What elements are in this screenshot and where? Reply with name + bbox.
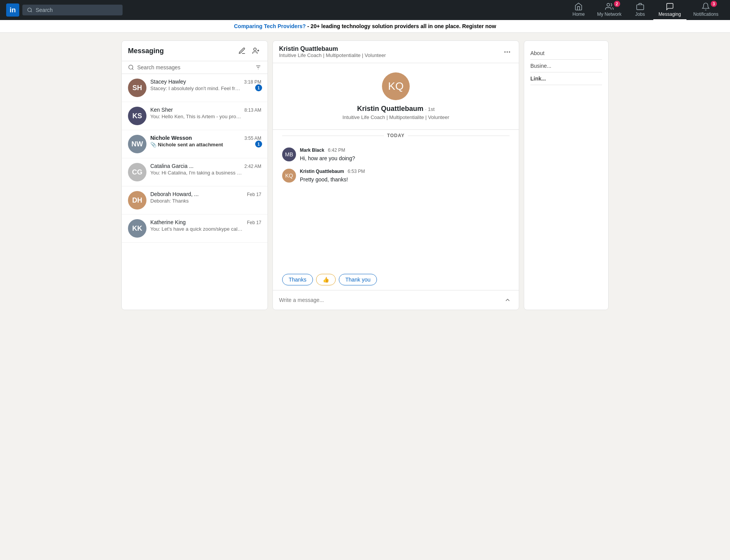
conv-name-ken: Ken Sher	[150, 107, 173, 113]
my-network-icon	[605, 2, 614, 11]
today-divider: TODAY	[273, 130, 519, 141]
conv-time-ken: 8:13 AM	[244, 107, 261, 113]
unread-badge-nichole: 1	[255, 141, 262, 148]
message-content-mark: Mark Black 6:42 PM Hi, how are you doing…	[300, 148, 355, 163]
conversation-item-catalina[interactable]: CG Catalina Garcia ... 2:42 AM You: Hi C…	[122, 158, 267, 186]
filter-icon[interactable]	[255, 64, 261, 70]
search-messages-input[interactable]	[137, 64, 252, 70]
chat-more-button[interactable]	[502, 47, 513, 57]
conv-name-nichole: Nichole Wesson	[150, 135, 192, 141]
svg-point-6	[129, 65, 133, 69]
conv-info-nichole: Nichole Wesson 3:55 AM 📎 Nichole sent an…	[150, 135, 261, 148]
right-panel-business[interactable]: Busine...	[530, 60, 602, 72]
conversation-item-deborah[interactable]: DH Deborah Howard, ... Feb 17 Deborah: T…	[122, 186, 267, 215]
nav-item-jobs[interactable]: Jobs	[629, 0, 652, 20]
chat-profile-section: KQ Kristin Quattlebaum · 1st Intuitive L…	[273, 63, 519, 130]
message-mark: MB Mark Black 6:42 PM Hi, how are you do…	[282, 148, 510, 163]
right-panel-about[interactable]: About	[530, 47, 602, 60]
ad-banner-text: - 20+ leading technology solution provid…	[306, 23, 496, 29]
conv-time-stacey: 3:18 PM	[244, 79, 261, 85]
conv-name-deborah: Deborah Howard, ...	[150, 191, 198, 197]
conv-preview-stacey: Stacey: I absolutely don't mind. Feel fr…	[150, 86, 243, 91]
conv-info-katherine: Katherine King Feb 17 You: Let's have a …	[150, 219, 261, 232]
messaging-title: Messaging	[128, 47, 164, 55]
conv-info-stacey: Stacey Hawley 3:18 PM Stacey: I absolute…	[150, 79, 261, 91]
main-layout: Messaging	[0, 33, 730, 318]
messaging-header-actions	[237, 45, 261, 56]
conv-preview-nichole: 📎 Nichole sent an attachment	[150, 142, 243, 148]
nav-item-messaging[interactable]: Messaging	[653, 0, 686, 20]
svg-rect-2	[636, 5, 643, 10]
conv-info-catalina: Catalina Garcia ... 2:42 AM You: Hi Cata…	[150, 163, 261, 176]
avatar-nichole: NW	[128, 135, 146, 153]
message-meta-kristin: Kristin Quattlebaum 6:53 PM	[300, 169, 365, 174]
quick-reply-thumbsup[interactable]: 👍	[316, 274, 336, 285]
chat-header: Kristin Quattlebaum Intuitive Life Coach…	[273, 41, 519, 63]
compose-button[interactable]	[237, 45, 247, 56]
avatar-deborah: DH	[128, 191, 146, 210]
more-dots-icon	[503, 48, 511, 56]
avatar-katherine: KK	[128, 219, 146, 238]
collapse-input-button[interactable]	[503, 295, 513, 305]
jobs-icon	[636, 2, 644, 11]
nav-label-notifications: Notifications	[693, 12, 718, 17]
search-input[interactable]	[35, 7, 118, 13]
conv-name-catalina: Catalina Garcia ...	[150, 163, 193, 169]
conv-preview-ken: You: Hello Ken, This is Artem - you prob…	[150, 114, 243, 119]
nav-label-my-network: My Network	[597, 12, 621, 17]
search-messages-bar[interactable]	[122, 61, 267, 74]
ad-banner-link[interactable]: Comparing Tech Providers?	[234, 23, 306, 29]
new-group-button[interactable]	[251, 45, 261, 56]
profile-title: Intuitive Life Coach | Multipotentialite…	[282, 114, 510, 120]
nav-items: Home 2 My Network Jobs Messaging 3	[567, 0, 724, 20]
top-navigation: in Home 2 My Network	[0, 0, 730, 20]
quick-reply-thank-you[interactable]: Thank you	[339, 274, 377, 285]
compose-icon	[238, 47, 246, 55]
nav-item-notifications[interactable]: 3 Notifications	[688, 0, 724, 20]
search-icon	[27, 7, 32, 13]
my-network-badge: 2	[614, 1, 620, 7]
message-meta-mark: Mark Black 6:42 PM	[300, 148, 355, 153]
svg-point-0	[28, 8, 32, 12]
conv-info-deborah: Deborah Howard, ... Feb 17 Deborah: Than…	[150, 191, 261, 204]
conv-preview-deborah: Deborah: Thanks	[150, 198, 243, 204]
today-label: TODAY	[387, 133, 405, 138]
conversation-item-stacey[interactable]: SH Stacey Hawley 3:18 PM Stacey: I absol…	[122, 74, 267, 102]
svg-point-12	[509, 51, 510, 52]
message-input-area	[273, 290, 519, 310]
profile-name-with-degree: Kristin Quattlebaum · 1st	[282, 105, 510, 113]
linkedin-logo[interactable]: in	[6, 3, 19, 17]
conversation-item-katherine[interactable]: KK Katherine King Feb 17 You: Let's have…	[122, 215, 267, 243]
avatar-ken: KS	[128, 107, 146, 125]
svg-point-1	[607, 3, 610, 6]
chevron-up-icon	[504, 297, 511, 303]
notifications-icon	[701, 2, 710, 11]
svg-point-11	[506, 51, 508, 52]
nav-item-my-network[interactable]: 2 My Network	[592, 0, 627, 20]
conv-preview-katherine: You: Let's have a quick zoom/skype call …	[150, 226, 243, 232]
conv-name-stacey: Stacey Hawley	[150, 79, 186, 85]
quick-replies: Thanks 👍 Thank you	[273, 269, 519, 290]
nav-item-home[interactable]: Home	[567, 0, 590, 20]
conversation-item-ken[interactable]: KS Ken Sher 8:13 AM You: Hello Ken, This…	[122, 102, 267, 130]
search-messages-icon	[128, 64, 134, 70]
messaging-header: Messaging	[122, 41, 267, 61]
message-time-kristin: 6:53 PM	[348, 169, 365, 174]
message-time-mark: 6:42 PM	[328, 148, 345, 153]
right-panel-links[interactable]: Link...	[530, 72, 602, 85]
message-input[interactable]	[279, 297, 503, 303]
ad-banner: Comparing Tech Providers? - 20+ leading …	[0, 20, 730, 33]
quick-reply-thanks[interactable]: Thanks	[282, 274, 313, 285]
conversation-item-nichole[interactable]: NW Nichole Wesson 3:55 AM 📎 Nichole sent…	[122, 130, 267, 158]
conv-time-nichole: 3:55 AM	[244, 136, 261, 141]
search-bar[interactable]	[22, 5, 123, 15]
conv-time-deborah: Feb 17	[247, 192, 261, 197]
profile-avatar: KQ	[382, 72, 410, 100]
notifications-badge: 3	[711, 1, 717, 7]
message-sender-kristin: Kristin Quattlebaum	[300, 169, 344, 174]
chat-contact-name: Kristin Quattlebaum	[279, 45, 386, 52]
message-avatar-kristin: KQ	[282, 169, 296, 183]
conv-name-katherine: Katherine King	[150, 219, 186, 225]
avatar-catalina: CG	[128, 163, 146, 181]
new-group-icon	[252, 47, 260, 55]
